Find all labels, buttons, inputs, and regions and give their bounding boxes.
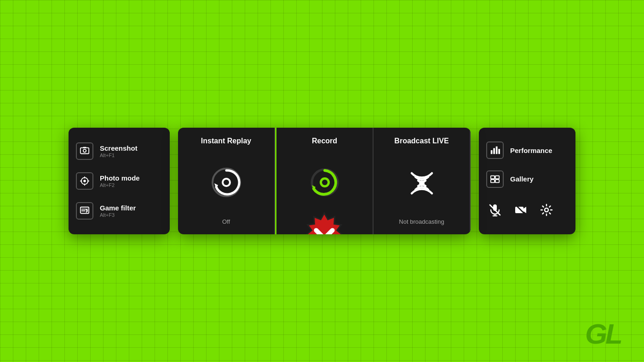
main-ui: Screenshot Alt+F1 Photo mode Alt+F2	[69, 128, 575, 234]
broadcast-section[interactable]: Broadcast LIVE Not broadcasting	[374, 128, 471, 234]
svg-point-1	[83, 149, 86, 152]
game-filter-text: Game filter Alt+F3	[100, 204, 136, 218]
svg-point-31	[545, 208, 548, 212]
performance-label: Performance	[510, 147, 552, 154]
mic-off-button[interactable]	[486, 201, 504, 219]
center-card: Instant Replay Off Record	[178, 128, 471, 234]
gallery-icon	[486, 170, 504, 188]
instant-replay-title: Instant Replay	[178, 137, 274, 145]
svg-rect-23	[491, 180, 494, 182]
gallery-label: Gallery	[510, 175, 534, 183]
svg-rect-2	[83, 147, 86, 148]
left-card: Screenshot Alt+F1 Photo mode Alt+F2	[69, 128, 170, 234]
game-filter-label: Game filter	[100, 204, 136, 212]
photo-mode-label: Photo mode	[100, 174, 140, 182]
settings-button[interactable]	[538, 201, 555, 219]
svg-rect-24	[495, 180, 499, 182]
game-filter-shortcut: Alt+F3	[100, 212, 136, 218]
broadcast-icon	[405, 166, 438, 201]
gallery-item[interactable]: Gallery	[486, 170, 568, 188]
broadcast-title: Broadcast LIVE	[374, 137, 470, 145]
record-icon	[308, 166, 341, 201]
svg-rect-22	[495, 176, 499, 179]
svg-rect-18	[493, 148, 495, 154]
game-filter-icon	[76, 202, 93, 220]
instant-replay-icon	[210, 166, 243, 201]
svg-rect-20	[498, 149, 500, 154]
performance-item[interactable]: Performance	[486, 141, 568, 159]
svg-rect-21	[491, 176, 494, 179]
error-badge[interactable]	[297, 211, 351, 234]
gl-logo: GL	[585, 320, 621, 348]
instant-replay-section[interactable]: Instant Replay Off	[178, 128, 275, 234]
screenshot-icon	[76, 142, 93, 160]
svg-rect-5	[80, 207, 89, 214]
photo-mode-icon	[76, 172, 93, 190]
photo-mode-item[interactable]: Photo mode Alt+F2	[76, 170, 162, 192]
svg-point-13	[322, 180, 328, 185]
instant-replay-status: Off	[178, 218, 274, 225]
svg-rect-0	[80, 147, 89, 153]
camera-off-button[interactable]	[512, 201, 529, 219]
photo-mode-text: Photo mode Alt+F2	[100, 174, 140, 188]
svg-rect-19	[496, 147, 498, 154]
performance-icon	[486, 141, 504, 159]
svg-point-4	[83, 180, 86, 182]
svg-rect-17	[491, 150, 493, 154]
screenshot-text: Screenshot Alt+F1	[100, 144, 138, 158]
game-filter-item[interactable]: Game filter Alt+F3	[76, 200, 162, 221]
screenshot-shortcut: Alt+F1	[100, 153, 138, 158]
svg-point-9	[224, 180, 229, 185]
photo-mode-shortcut: Alt+F2	[100, 182, 140, 188]
screenshot-label: Screenshot	[100, 144, 138, 152]
right-card: Performance Gallery	[479, 128, 575, 234]
record-title: Record	[276, 137, 373, 145]
broadcast-status: Not broadcasting	[374, 218, 470, 225]
screenshot-item[interactable]: Screenshot Alt+F1	[76, 141, 162, 162]
bottom-icon-row	[486, 199, 568, 221]
